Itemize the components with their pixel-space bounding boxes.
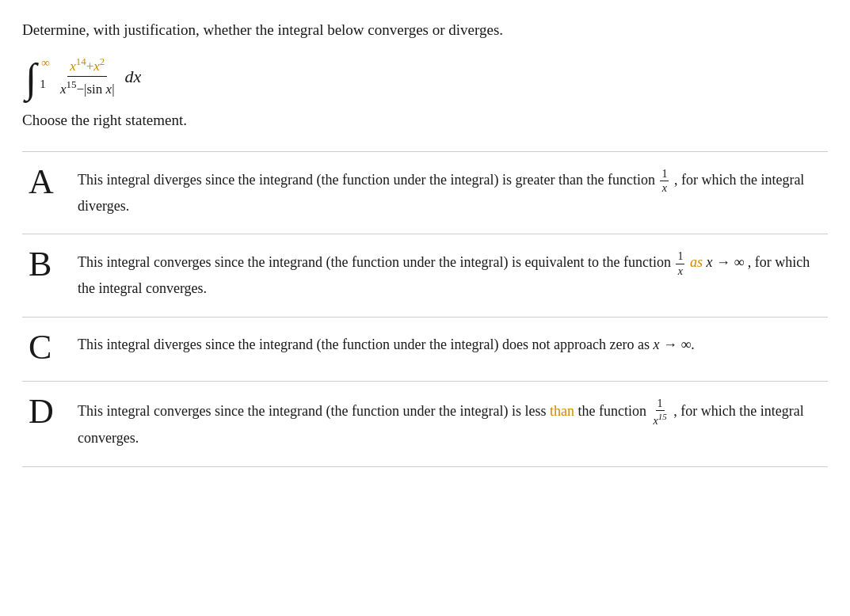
option-a-fraction: 1 x <box>660 168 669 195</box>
option-b-fraction: 1 x <box>676 250 684 277</box>
integral-lower: 1 <box>40 78 46 91</box>
option-d-letter: D <box>29 394 63 429</box>
option-b-as: as <box>690 254 707 270</box>
option-c[interactable]: C This integral diverges since the integ… <box>22 318 828 382</box>
integral-display: ∫ ∞ 1 x14+x2 x15−|sin x| dx <box>25 56 828 97</box>
integral-upper: ∞ <box>41 56 50 70</box>
choose-statement: Choose the right statement. <box>22 112 828 129</box>
option-b-letter: B <box>29 247 63 282</box>
options-container: A This integral diverges since the integ… <box>22 151 828 467</box>
problem-statement: Determine, with justification, whether t… <box>22 19 828 42</box>
option-b[interactable]: B This integral converges since the inte… <box>22 234 828 317</box>
integral-symbol: ∫ <box>25 62 36 95</box>
dx-label: dx <box>125 67 142 87</box>
integral-fraction: x14+x2 x15−|sin x| <box>58 56 117 97</box>
option-c-letter: C <box>29 330 63 365</box>
option-d[interactable]: D This integral converges since the inte… <box>22 382 828 467</box>
integral-numerator: x14+x2 <box>67 56 107 78</box>
option-a[interactable]: A This integral diverges since the integ… <box>22 152 828 234</box>
integral-limits: ∞ 1 <box>40 56 50 91</box>
option-d-text: This integral converges since the integr… <box>78 397 821 451</box>
option-d-than: than <box>550 403 574 419</box>
option-a-text: This integral diverges since the integra… <box>78 168 821 218</box>
option-b-text: This integral converges since the integr… <box>78 250 821 300</box>
option-c-text: This integral diverges since the integra… <box>78 333 821 357</box>
option-d-fraction: 1 x15 <box>651 397 668 427</box>
integral-denominator: x15−|sin x| <box>58 77 117 97</box>
option-a-letter: A <box>29 165 63 200</box>
